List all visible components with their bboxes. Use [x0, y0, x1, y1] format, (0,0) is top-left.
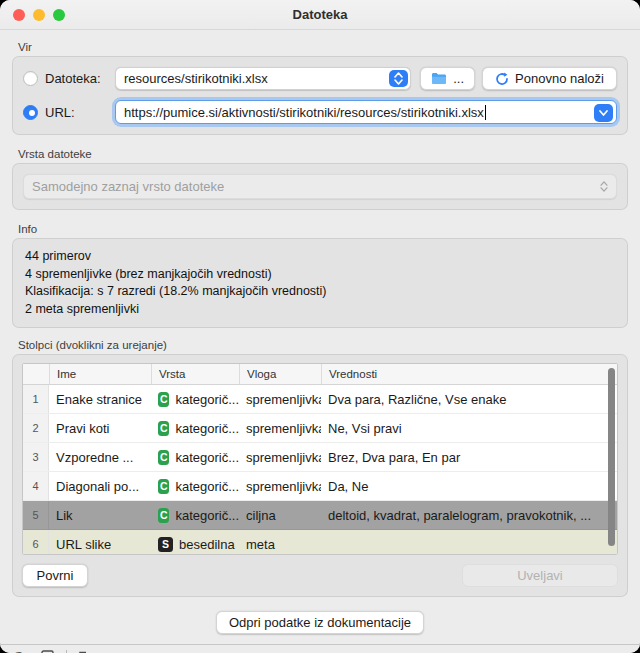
- table-header: Ime Vrsta Vloga Vrednosti: [23, 364, 617, 385]
- apply-button-label: Uveljavi: [517, 568, 563, 583]
- window-title: Datoteka: [0, 7, 640, 22]
- cell-name: Vzporedne ...: [49, 450, 151, 465]
- cell-role: ciljna: [239, 508, 321, 523]
- help-icon[interactable]: ?: [10, 649, 28, 653]
- status-bar: ? 44: [0, 644, 640, 653]
- file-radio[interactable]: [23, 71, 38, 86]
- row-number: 6: [23, 530, 49, 555]
- row-number: 2: [23, 414, 49, 442]
- open-docs-data-button-label: Odpri podatke iz dokumentacije: [229, 615, 411, 630]
- folder-icon: [431, 72, 447, 85]
- cell-name: Pravi koti: [49, 421, 151, 436]
- browse-file-button[interactable]: ...: [420, 67, 475, 90]
- row-number: 1: [23, 385, 49, 413]
- url-dropdown-icon[interactable]: [594, 104, 613, 122]
- table-row[interactable]: 1 Enake stranice Ckategorič... spremenlj…: [23, 385, 617, 414]
- table-row-selected[interactable]: 5 Lik Ckategorič... ciljna deltoid, kvad…: [23, 501, 617, 530]
- report-document-icon[interactable]: [38, 649, 56, 653]
- url-radio[interactable]: [23, 105, 38, 120]
- header-type[interactable]: Vrsta: [151, 364, 239, 384]
- file-type-select: Samodejno zaznaj vrsto datoteke: [23, 174, 617, 199]
- cell-values: Ne, Vsi pravi: [321, 421, 617, 436]
- url-input[interactable]: https://pumice.si/aktivnosti/stirikotnik…: [115, 100, 617, 124]
- info-line-features: 4 spremenljivke (brez manjkajočih vredno…: [25, 266, 615, 284]
- apply-button[interactable]: Uveljavi: [462, 564, 618, 587]
- cell-role: spremenljivka: [239, 392, 321, 407]
- table-row[interactable]: 4 Diagonali po... Ckategorič... spremenl…: [23, 472, 617, 501]
- combo-spinner-icon[interactable]: [389, 70, 408, 87]
- file-type-group-label: Vrsta datoteke: [18, 148, 628, 160]
- select-spinner-icon: [600, 181, 608, 192]
- reload-button-label: Ponovno naloži: [515, 71, 604, 86]
- row-number: 5: [23, 501, 49, 529]
- cell-role: spremenljivka: [239, 421, 321, 436]
- cell-values: Da, Ne: [321, 479, 617, 494]
- header-name[interactable]: Ime: [49, 364, 151, 384]
- cell-name: Diagonali po...: [49, 479, 151, 494]
- categorical-type-icon: C: [158, 508, 169, 523]
- categorical-type-icon: C: [158, 421, 169, 436]
- categorical-type-icon: C: [158, 392, 169, 407]
- row-number: 3: [23, 443, 49, 471]
- categorical-type-icon: C: [158, 450, 169, 465]
- reset-button[interactable]: Povrni: [22, 564, 88, 587]
- file-path-value: resources/stirikotniki.xlsx: [124, 71, 268, 86]
- file-radio-label: Datoteka:: [45, 71, 115, 86]
- text-type-icon: S: [158, 537, 173, 552]
- row-number: 4: [23, 472, 49, 500]
- table-scrollbar[interactable]: [608, 368, 615, 546]
- url-radio-label: URL:: [45, 105, 115, 120]
- browse-button-label: ...: [453, 71, 464, 86]
- cell-name: Enake stranice: [49, 392, 151, 407]
- cell-name: URL slike: [49, 537, 151, 552]
- categorical-type-icon: C: [158, 479, 169, 494]
- title-bar: Datoteka: [0, 0, 640, 30]
- header-values[interactable]: Vrednosti: [321, 364, 617, 384]
- info-line-target: Klasifikacija: s 7 razredi (18.2% manjka…: [25, 283, 615, 301]
- open-docs-data-button[interactable]: Odpri podatke iz dokumentacije: [216, 611, 424, 634]
- file-type-groupbox: Samodejno zaznaj vrsto datoteke: [12, 163, 628, 210]
- columns-groupbox: Ime Vrsta Vloga Vrednosti 1 Enake strani…: [12, 354, 628, 597]
- file-widget-window: Datoteka Vir Datoteka: resources/stiriko…: [0, 0, 640, 653]
- info-groupbox: 44 primerov 4 spremenljivke (brez manjka…: [12, 238, 628, 328]
- columns-group-label: Stolpci (dvoklikni za urejanje): [18, 339, 628, 351]
- info-group-label: Info: [18, 223, 628, 235]
- file-type-selected-option: Samodejno zaznaj vrsto datoteke: [32, 179, 224, 194]
- cell-type: Ckategorič...: [151, 479, 239, 494]
- output-icon[interactable]: [77, 649, 97, 653]
- info-line-instances: 44 primerov: [25, 248, 615, 266]
- columns-table: Ime Vrsta Vloga Vrednosti 1 Enake strani…: [22, 363, 618, 555]
- cell-type: Ckategorič...: [151, 508, 239, 523]
- reload-icon: [495, 72, 509, 86]
- cell-role: spremenljivka: [239, 450, 321, 465]
- file-path-combobox[interactable]: resources/stirikotniki.xlsx: [115, 67, 411, 90]
- cell-role: spremenljivka: [239, 479, 321, 494]
- table-row[interactable]: 2 Pravi koti Ckategorič... spremenljivka…: [23, 414, 617, 443]
- cell-values: deltoid, kvadrat, paralelogram, pravokot…: [321, 508, 617, 523]
- reload-button[interactable]: Ponovno naloži: [482, 67, 617, 90]
- cell-type: Sbesedilna: [151, 537, 239, 552]
- cell-name: Lik: [49, 508, 151, 523]
- header-role[interactable]: Vloga: [239, 364, 321, 384]
- table-row[interactable]: 3 Vzporedne ... Ckategorič... spremenlji…: [23, 443, 617, 472]
- cell-values: Dva para, Različne, Vse enake: [321, 392, 617, 407]
- source-groupbox: Datoteka: resources/stirikotniki.xlsx ..…: [12, 56, 628, 135]
- cell-type: Ckategorič...: [151, 450, 239, 465]
- info-line-metas: 2 meta spremenljivki: [25, 301, 615, 319]
- reset-button-label: Povrni: [37, 568, 74, 583]
- table-row[interactable]: 6 URL slike Sbesedilna meta: [23, 530, 617, 555]
- text-caret: [485, 105, 486, 120]
- cell-type: Ckategorič...: [151, 392, 239, 407]
- source-group-label: Vir: [18, 41, 628, 53]
- cell-values: Brez, Dva para, En par: [321, 450, 617, 465]
- cell-role: meta: [239, 537, 321, 552]
- cell-type: Ckategorič...: [151, 421, 239, 436]
- url-value: https://pumice.si/aktivnosti/stirikotnik…: [124, 105, 484, 120]
